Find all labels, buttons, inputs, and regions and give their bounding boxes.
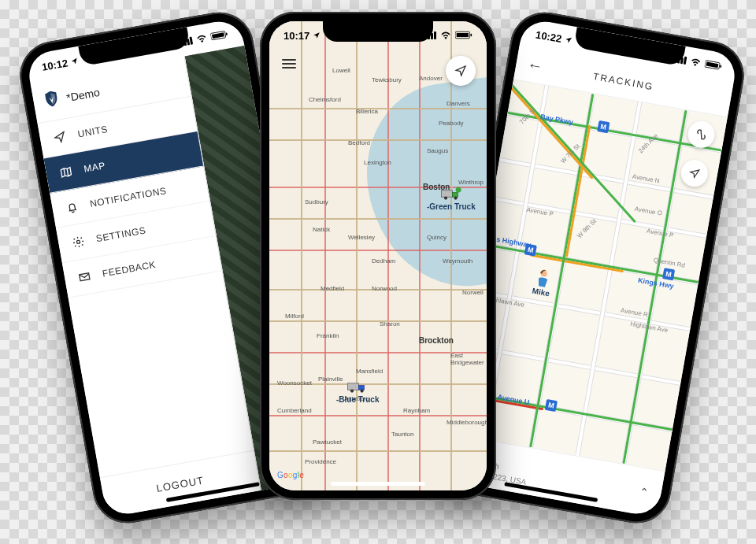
svg-point-13 bbox=[361, 390, 364, 393]
svg-point-9 bbox=[455, 187, 461, 193]
menu-label: MAP bbox=[83, 160, 106, 175]
back-button[interactable]: ← bbox=[526, 55, 545, 76]
city-label: East Bridgewater bbox=[450, 352, 487, 366]
road bbox=[324, 21, 326, 490]
svg-point-3 bbox=[76, 240, 80, 244]
city-label: Wellesley bbox=[348, 234, 375, 241]
unit-marker-green-truck[interactable]: -Green Truck bbox=[427, 187, 476, 211]
phone-map-screen: Lowell Tewksbury Andover Chelmsford Bill… bbox=[269, 21, 487, 490]
city-label: Billerica bbox=[356, 108, 378, 115]
svg-rect-18 bbox=[706, 61, 719, 68]
menu-label: NOTIFICATIONS bbox=[89, 185, 167, 209]
mail-icon bbox=[76, 269, 93, 284]
svg-rect-15 bbox=[457, 32, 469, 36]
street-label: Avenue O bbox=[634, 205, 662, 217]
shield-logo-icon bbox=[43, 90, 61, 110]
account-name: *Demo bbox=[65, 85, 101, 103]
city-label: Natick bbox=[313, 226, 330, 233]
unit-label: -Blue Truck bbox=[336, 395, 379, 404]
units-icon bbox=[52, 130, 69, 145]
route-icon bbox=[694, 128, 709, 142]
svg-rect-16 bbox=[470, 33, 472, 35]
city-label: Middleborough bbox=[447, 419, 487, 426]
battery-icon bbox=[210, 28, 229, 43]
metro-marker[interactable]: M bbox=[597, 120, 610, 133]
unit-marker-person[interactable]: Mike bbox=[532, 268, 554, 298]
city-label: Sudbury bbox=[305, 198, 328, 205]
metro-marker[interactable]: M bbox=[662, 268, 675, 280]
person-icon bbox=[534, 268, 553, 289]
chevron-up-icon[interactable]: ⌃ bbox=[638, 485, 650, 499]
svg-point-8 bbox=[454, 197, 457, 200]
street bbox=[476, 194, 722, 242]
city-label: Franklin bbox=[317, 332, 339, 339]
locate-me-button[interactable] bbox=[679, 157, 710, 188]
street bbox=[460, 287, 706, 335]
city-label: Raynham bbox=[403, 407, 430, 414]
battery-icon bbox=[704, 58, 723, 73]
battery-icon bbox=[455, 30, 472, 42]
city-label: Weymouth bbox=[443, 257, 472, 265]
location-icon bbox=[70, 55, 80, 68]
page-title: TRACKING bbox=[592, 70, 654, 91]
city-label: Providence bbox=[305, 458, 336, 465]
bell-icon bbox=[64, 200, 80, 215]
city-label: Cumberland bbox=[277, 407, 312, 414]
wifi-icon bbox=[689, 56, 702, 69]
city-label: Saugus bbox=[427, 147, 448, 154]
road bbox=[387, 21, 389, 490]
logout-label: LOGOUT bbox=[155, 474, 205, 494]
location-icon bbox=[564, 33, 573, 46]
city-label: Woonsocket bbox=[277, 379, 312, 387]
svg-rect-10 bbox=[348, 383, 359, 390]
status-time: 10:17 bbox=[284, 30, 309, 42]
city-label: Mansfield bbox=[356, 368, 383, 375]
city-label: Pawtucket bbox=[313, 439, 342, 446]
city-label: Sharon bbox=[380, 320, 400, 328]
city-label: Danvers bbox=[447, 100, 470, 107]
location-icon bbox=[313, 30, 321, 42]
unit-label: -Green Truck bbox=[427, 202, 476, 211]
city-label: Lowell bbox=[332, 67, 350, 74]
three-phone-mockup: 10:12 bbox=[0, 0, 756, 544]
unit-marker-blue-truck[interactable]: -Blue Truck bbox=[336, 379, 379, 404]
city-label: Bedford bbox=[348, 139, 370, 146]
svg-rect-2 bbox=[226, 32, 228, 35]
navigation-icon bbox=[454, 65, 467, 77]
home-indicator[interactable] bbox=[331, 482, 425, 486]
svg-point-12 bbox=[350, 390, 354, 393]
locate-me-button[interactable] bbox=[446, 56, 476, 86]
menu-label: FEEDBACK bbox=[102, 259, 157, 279]
logout-button[interactable]: LOGOUT bbox=[100, 450, 261, 518]
road bbox=[301, 21, 302, 490]
city-label: Taunton bbox=[391, 431, 413, 438]
svg-rect-6 bbox=[452, 193, 458, 198]
road bbox=[356, 21, 358, 490]
google-attribution: Google bbox=[277, 471, 304, 479]
city-label: Dedham bbox=[372, 257, 395, 265]
svg-rect-5 bbox=[441, 191, 452, 197]
city-label: Tewksbury bbox=[372, 76, 402, 83]
road bbox=[419, 21, 421, 490]
regional-map[interactable]: Lowell Tewksbury Andover Chelmsford Bill… bbox=[269, 21, 487, 490]
city-label: Norwood bbox=[372, 285, 397, 292]
city-label: Chelmsford bbox=[309, 96, 341, 103]
city-label: Norwell bbox=[462, 289, 484, 296]
navigation-icon bbox=[688, 167, 701, 179]
menu-label: UNITS bbox=[77, 124, 109, 139]
street-label: W 9th St bbox=[576, 217, 598, 239]
svg-rect-1 bbox=[212, 32, 224, 39]
truck-icon bbox=[346, 379, 369, 394]
city-label: Peabody bbox=[439, 120, 464, 127]
city-label: Lexington bbox=[364, 159, 391, 166]
status-time: 10:22 bbox=[535, 28, 562, 45]
status-time: 10:12 bbox=[41, 57, 69, 73]
wifi-icon bbox=[440, 30, 451, 42]
phone-map: Lowell Tewksbury Andover Chelmsford Bill… bbox=[260, 12, 496, 500]
wifi-icon bbox=[195, 32, 208, 46]
city-label: Medfield bbox=[321, 285, 344, 292]
metro-marker[interactable]: M bbox=[545, 399, 558, 412]
hamburger-menu-button[interactable] bbox=[282, 59, 296, 68]
notch bbox=[323, 21, 433, 42]
menu-label: SETTINGS bbox=[95, 224, 146, 244]
